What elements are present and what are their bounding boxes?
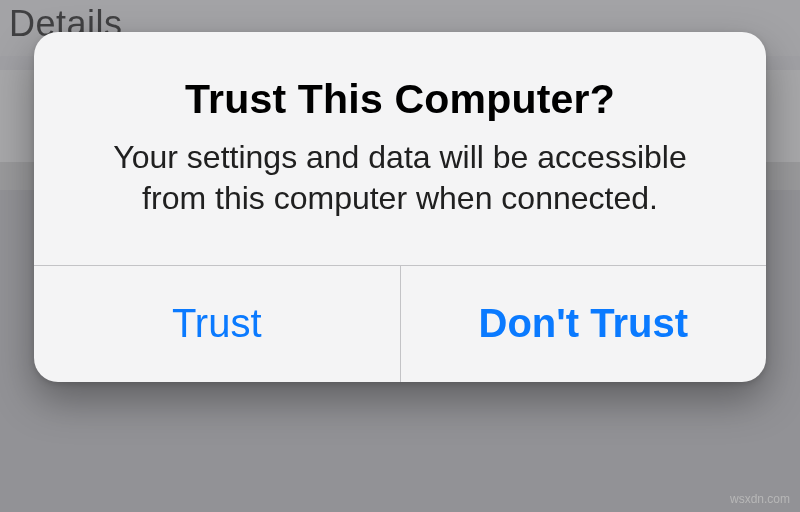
trust-button[interactable]: Trust — [34, 266, 400, 382]
dont-trust-button[interactable]: Don't Trust — [400, 266, 767, 382]
alert-button-row: Trust Don't Trust — [34, 265, 766, 382]
watermark: wsxdn.com — [730, 492, 790, 506]
screen: e Details Trust This Computer? Your sett… — [0, 0, 800, 512]
alert-message: Your settings and data will be accessibl… — [94, 137, 706, 219]
alert-title: Trust This Computer? — [94, 76, 706, 123]
alert-body: Trust This Computer? Your settings and d… — [34, 32, 766, 265]
trust-alert-dialog: Trust This Computer? Your settings and d… — [34, 32, 766, 382]
